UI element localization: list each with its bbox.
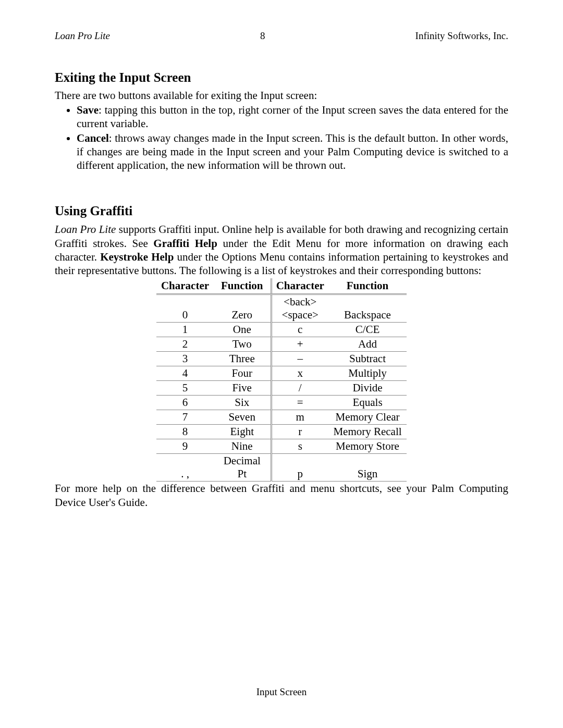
table-header-row: Character Function Character Function xyxy=(156,278,407,294)
cell-func-a: Three xyxy=(214,352,271,366)
bullet-bold: Cancel xyxy=(77,132,109,144)
cell-func-a: Four xyxy=(214,366,271,381)
th-function-a: Function xyxy=(214,278,271,294)
cell-func-b: Add xyxy=(328,337,407,352)
cell-char-b: / xyxy=(271,381,328,396)
cell-char-a: 0 xyxy=(156,294,214,323)
header-left: Loan Pro Lite xyxy=(55,30,110,42)
header-right: Infinity Softworks, Inc. xyxy=(415,30,508,42)
cell-char-a: 8 xyxy=(156,425,214,439)
table-row: 1OnecC/CE xyxy=(156,323,407,337)
section-heading: Exiting the Input Screen xyxy=(55,70,508,85)
cell-char-a: . , xyxy=(156,454,214,482)
cell-func-a: Six xyxy=(214,396,271,410)
cell-func-a: One xyxy=(214,323,271,337)
cell-char-b: c xyxy=(271,323,328,337)
page-footer: Input Screen xyxy=(55,686,508,702)
cell-func-b: Multiply xyxy=(328,366,407,381)
cell-char-a: 3 xyxy=(156,352,214,366)
cell-func-b: Backspace xyxy=(328,294,407,323)
cell-func-b: Memory Store xyxy=(328,439,407,454)
section-using-graffiti: Using Graffiti Loan Pro Lite supports Gr… xyxy=(55,204,508,509)
bullet-item-save: Save: tapping this button in the top, ri… xyxy=(77,103,508,131)
cell-func-b: Sign xyxy=(328,454,407,482)
th-character-a: Character xyxy=(156,278,214,294)
table-row: . ,Decimal PtpSign xyxy=(156,454,407,482)
document-page: Loan Pro Lite 8 Infinity Softworks, Inc.… xyxy=(0,0,563,728)
cell-func-b: Divide xyxy=(328,381,407,396)
table-row: 0Zero<back> <space>Backspace xyxy=(156,294,407,323)
cell-char-a: 2 xyxy=(156,337,214,352)
cell-char-b: r xyxy=(271,425,328,439)
table-row: 3Three–Subtract xyxy=(156,352,407,366)
table-row: 4FourxMultiply xyxy=(156,366,407,381)
table-row: 6Six=Equals xyxy=(156,396,407,410)
cell-char-b: = xyxy=(271,396,328,410)
cell-char-b: – xyxy=(271,352,328,366)
cell-func-b: Subtract xyxy=(328,352,407,366)
graffiti-paragraph: Loan Pro Lite supports Graffiti input. O… xyxy=(55,223,508,277)
cell-char-b: m xyxy=(271,410,328,425)
bullet-item-cancel: Cancel: throws away changes made in the … xyxy=(77,131,508,172)
cell-func-a: Decimal Pt xyxy=(214,454,271,482)
cell-char-b: <back> <space> xyxy=(271,294,328,323)
cell-char-a: 9 xyxy=(156,439,214,454)
para-bold: Keystroke Help xyxy=(100,251,174,263)
cell-func-a: Eight xyxy=(214,425,271,439)
cell-char-a: 6 xyxy=(156,396,214,410)
cell-func-a: Five xyxy=(214,381,271,396)
bullet-text: : tapping this button in the top, right … xyxy=(77,104,508,130)
para-bold: Graffiti Help xyxy=(153,237,217,250)
cell-func-a: Nine xyxy=(214,439,271,454)
cell-char-a: 7 xyxy=(156,410,214,425)
th-character-b: Character xyxy=(271,278,328,294)
table-row: 9NinesMemory Store xyxy=(156,439,407,454)
cell-char-a: 4 xyxy=(156,366,214,381)
table-row: 8EightrMemory Recall xyxy=(156,425,407,439)
bullet-text: : throws away changes made in the Input … xyxy=(77,132,508,172)
th-function-b: Function xyxy=(328,278,407,294)
keystroke-table: Character Function Character Function 0Z… xyxy=(156,278,407,482)
after-table-text: For more help on the difference between … xyxy=(55,482,508,509)
section-intro: There are two buttons available for exit… xyxy=(55,89,508,102)
cell-char-a: 1 xyxy=(156,323,214,337)
cell-func-b: C/CE xyxy=(328,323,407,337)
cell-char-b: x xyxy=(271,366,328,381)
bullet-list: Save: tapping this button in the top, ri… xyxy=(55,103,508,172)
cell-func-b: Memory Recall xyxy=(328,425,407,439)
bullet-bold: Save xyxy=(77,104,99,116)
cell-char-b: p xyxy=(271,454,328,482)
section-heading: Using Graffiti xyxy=(55,204,508,218)
cell-func-a: Zero xyxy=(214,294,271,323)
cell-char-b: s xyxy=(271,439,328,454)
cell-func-a: Seven xyxy=(214,410,271,425)
table-row: 7SevenmMemory Clear xyxy=(156,410,407,425)
cell-func-b: Memory Clear xyxy=(328,410,407,425)
cell-char-b: + xyxy=(271,337,328,352)
table-row: 5Five/Divide xyxy=(156,381,407,396)
para-italic: Loan Pro Lite xyxy=(55,223,116,236)
page-number: 8 xyxy=(260,30,265,42)
page-header: Loan Pro Lite 8 Infinity Softworks, Inc. xyxy=(55,30,508,42)
table-row: 2Two+Add xyxy=(156,337,407,352)
cell-char-a: 5 xyxy=(156,381,214,396)
keystroke-table-wrap: Character Function Character Function 0Z… xyxy=(55,278,508,482)
cell-func-b: Equals xyxy=(328,396,407,410)
section-exiting-input: Exiting the Input Screen There are two b… xyxy=(55,70,508,172)
cell-func-a: Two xyxy=(214,337,271,352)
